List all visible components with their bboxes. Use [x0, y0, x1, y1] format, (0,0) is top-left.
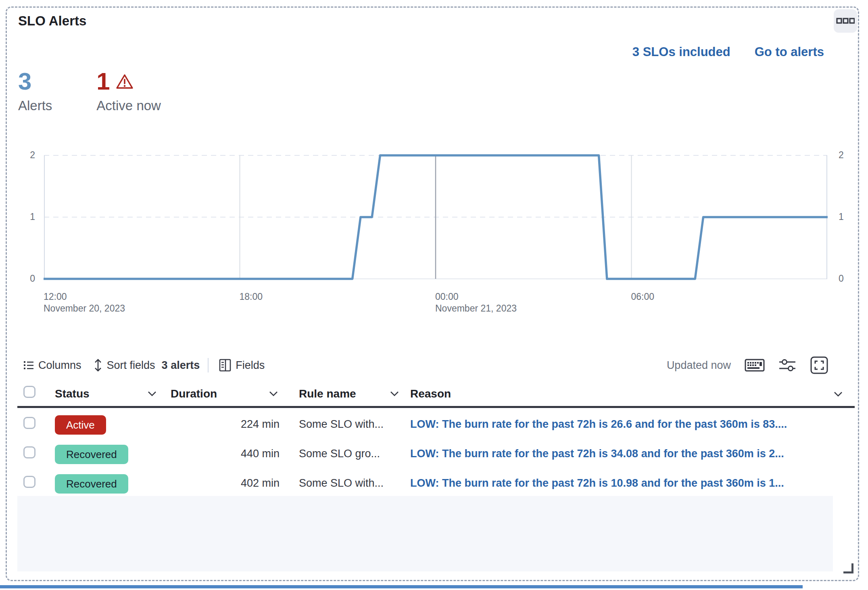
- status-badge: Recovered: [55, 445, 128, 464]
- table-row: Recovered440 minSome SLO gro...LOW: The …: [17, 443, 855, 473]
- grid-empty-area: [17, 496, 833, 571]
- alerts-total-value: 3: [18, 68, 52, 95]
- reason-link[interactable]: LOW: The burn rate for the past 72h is 1…: [410, 477, 855, 490]
- keyboard-shortcuts-icon[interactable]: [745, 358, 765, 372]
- status-badge: Active: [55, 415, 106, 435]
- rule-name-cell: Some SLO with...: [299, 477, 406, 490]
- duration-cell: 224 min: [171, 418, 280, 431]
- alerts-timeline-chart: [44, 153, 828, 281]
- fields-label: Fields: [236, 359, 265, 372]
- column-header-rule-name[interactable]: Rule name: [299, 387, 399, 400]
- reason-link[interactable]: LOW: The burn rate for the past 72h is 2…: [410, 418, 855, 431]
- panel-title: SLO Alerts: [18, 13, 86, 29]
- fullscreen-icon[interactable]: [810, 356, 828, 375]
- slos-included-link[interactable]: 3 SLOs included: [632, 45, 730, 59]
- x-tick-label: 12:00November 20, 2023: [44, 291, 125, 314]
- alert-count-label: 3 alerts: [162, 359, 200, 372]
- alerts-active-stat: 1 Active now: [96, 68, 161, 113]
- chevron-down-icon[interactable]: [148, 391, 156, 397]
- warning-icon: [116, 73, 134, 90]
- table-row: Active224 minSome SLO with...LOW: The bu…: [17, 414, 855, 443]
- updated-status: Updated now: [667, 359, 731, 372]
- sort-icon: [94, 358, 102, 372]
- x-tick-label: 06:00: [631, 291, 655, 303]
- y-tick-label: 0: [839, 273, 855, 284]
- row-checkbox[interactable]: [23, 446, 35, 458]
- slo-alerts-panel: SLO Alerts 3 SLOs included Go to alerts …: [6, 6, 859, 581]
- grid-toolbar-left: Columns Sort fields 3 alerts: [23, 357, 265, 373]
- alerts-total-label: Alerts: [18, 98, 52, 113]
- y-tick-label: 1: [19, 211, 35, 222]
- chevron-down-icon[interactable]: [834, 391, 843, 397]
- alerts-table-body: Active224 minSome SLO with...LOW: The bu…: [17, 414, 855, 496]
- column-header-duration[interactable]: Duration: [171, 387, 278, 400]
- sort-fields-label: Sort fields: [107, 359, 155, 372]
- bottom-edge-divider: [0, 585, 803, 588]
- panel-header-links: 3 SLOs included Go to alerts: [632, 45, 824, 59]
- y-tick-label: 2: [19, 150, 35, 161]
- rule-name-cell: Some SLO with...: [299, 418, 406, 431]
- alerts-table-header: Status Duration Rule name Reason: [17, 383, 855, 408]
- fields-icon: [219, 359, 231, 372]
- alerts-total-stat: 3 Alerts: [18, 68, 52, 113]
- alerts-active-value: 1: [96, 68, 110, 95]
- grid-toolbar-right: Updated now: [667, 357, 828, 373]
- columns-label: Columns: [38, 359, 81, 372]
- y-tick-label: 1: [839, 211, 855, 222]
- column-header-reason[interactable]: Reason: [410, 387, 451, 400]
- columns-button[interactable]: Columns: [23, 359, 81, 372]
- panel-options-icon: [836, 17, 855, 25]
- y-tick-label: 0: [19, 273, 35, 284]
- row-checkbox[interactable]: [23, 417, 35, 429]
- x-tick-label: 18:00: [240, 291, 263, 303]
- duration-cell: 402 min: [171, 477, 280, 490]
- sort-fields-button[interactable]: Sort fields: [94, 358, 155, 372]
- status-badge: Recovered: [55, 474, 128, 494]
- row-checkbox[interactable]: [23, 476, 35, 488]
- chevron-down-icon[interactable]: [390, 391, 399, 397]
- go-to-alerts-link[interactable]: Go to alerts: [755, 45, 824, 59]
- columns-icon: [23, 360, 34, 370]
- panel-options-button[interactable]: [834, 9, 857, 33]
- duration-cell: 440 min: [171, 448, 280, 460]
- fields-button[interactable]: Fields: [219, 359, 265, 372]
- chevron-down-icon[interactable]: [269, 391, 278, 397]
- display-options-icon[interactable]: [778, 358, 796, 372]
- y-tick-label: 2: [839, 150, 855, 161]
- reason-link[interactable]: LOW: The burn rate for the past 72h is 3…: [410, 448, 855, 460]
- x-tick-label: 00:00November 21, 2023: [435, 291, 517, 314]
- resize-handle[interactable]: [843, 563, 853, 573]
- alert-stats: 3 Alerts 1 Active now: [18, 68, 161, 113]
- table-row: Recovered402 minSome SLO with...LOW: The…: [17, 473, 855, 496]
- rule-name-cell: Some SLO gro...: [299, 448, 406, 460]
- column-header-status[interactable]: Status: [55, 387, 156, 400]
- toolbar-divider: [208, 358, 209, 372]
- alerts-active-label: Active now: [96, 98, 161, 113]
- select-all-checkbox[interactable]: [23, 386, 35, 398]
